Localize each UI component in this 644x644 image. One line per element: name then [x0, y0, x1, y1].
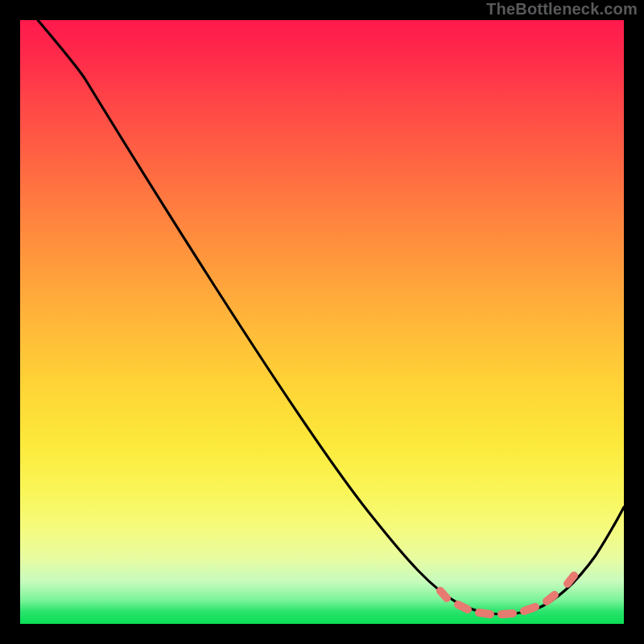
svg-line-5 — [547, 595, 555, 601]
curve-path — [38, 20, 624, 614]
svg-line-4 — [524, 607, 535, 611]
svg-line-3 — [502, 613, 513, 614]
svg-line-0 — [440, 591, 447, 598]
watermark-text: TheBottleneck.com — [486, 0, 638, 19]
bottleneck-curve — [20, 20, 624, 624]
svg-line-6 — [568, 576, 574, 584]
chart-frame: TheBottleneck.com — [0, 0, 644, 644]
svg-line-2 — [479, 613, 490, 614]
plot-area — [20, 20, 624, 624]
optimal-zone-markers — [440, 576, 574, 614]
svg-line-1 — [458, 605, 468, 609]
